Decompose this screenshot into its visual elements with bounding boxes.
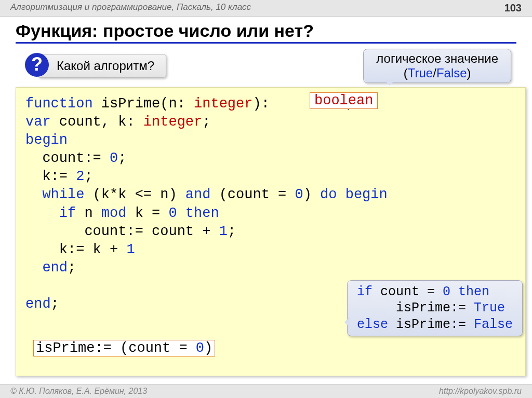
footer-url: http://kpolyakov.spb.ru: [439, 387, 522, 396]
log-line1: логическое значение: [376, 51, 498, 66]
log-line2: (True/False): [376, 66, 498, 80]
copyright: © К.Ю. Поляков, Е.А. Ерёмин, 2013: [10, 387, 147, 396]
slide-title: Функция: простое число или нет?: [0, 17, 532, 42]
question-mark-icon: ?: [25, 53, 49, 77]
title-underline: [16, 42, 516, 44]
page-number: 103: [504, 2, 522, 14]
footer: © К.Ю. Поляков, Е.А. Ерёмин, 2013 http:/…: [0, 384, 532, 398]
header: Алгоритмизация и программирование, Паска…: [0, 0, 532, 17]
question-bubble: Какой алгоритм?: [37, 54, 166, 78]
boolean-return-box: boolean: [310, 92, 378, 109]
isprime-assignment-box: isPrime:= (count = 0): [33, 340, 215, 356]
course-label: Алгоритмизация и программирование, Паска…: [10, 2, 251, 14]
explanation-bubble: if count = 0 then isPrime:= True else is…: [347, 280, 523, 336]
boolean-explanation-bubble: логическое значение (True/False): [363, 49, 511, 83]
callout-row: ? Какой алгоритм? логическое значение (T…: [0, 49, 532, 85]
